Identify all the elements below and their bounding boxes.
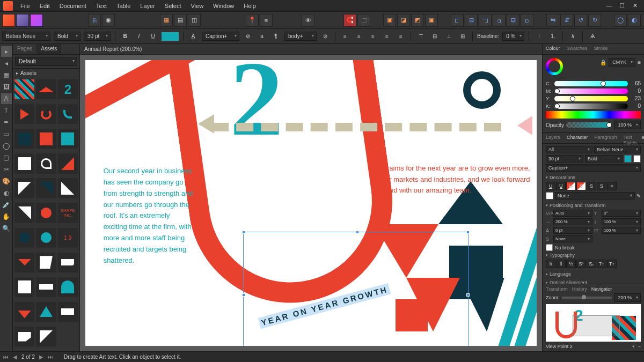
font-size-dropdown[interactable]: 30 pt (84, 32, 111, 41)
arrange-backward-icon[interactable]: ◪ (397, 14, 410, 27)
asset-item[interactable] (14, 253, 34, 272)
tab-history[interactable]: History (572, 286, 587, 292)
asset-item[interactable] (36, 129, 56, 149)
artistic-text-tool[interactable]: A (1, 93, 12, 104)
asset-item[interactable] (36, 178, 56, 198)
valign-bottom-button[interactable]: ⊥ (443, 31, 454, 42)
persona-designer-icon[interactable] (30, 14, 43, 27)
cyan-slider[interactable] (554, 81, 628, 86)
asset-item[interactable] (58, 178, 78, 198)
asset-item[interactable] (14, 79, 34, 99)
zoom-dropdown[interactable]: 200 % (614, 293, 641, 302)
align-top-icon[interactable]: ⫏ (493, 14, 506, 27)
node-tool[interactable]: ◂ (1, 58, 12, 69)
viewpoint-add-button[interactable]: + (632, 344, 634, 349)
decorations-section[interactable]: Decorations (546, 173, 641, 182)
positioning-section[interactable]: Positioning and Transform (546, 201, 641, 210)
deco-none-dropdown[interactable]: None (555, 192, 635, 200)
canvas[interactable]: 2 Our second year in business (80, 55, 542, 351)
asset-item[interactable] (14, 178, 34, 198)
asset-item[interactable] (14, 104, 34, 124)
document-tab[interactable]: Annual Report (200.0%) (80, 44, 542, 55)
bool-add-icon[interactable]: ◯ (614, 14, 627, 27)
rotate-cw-icon[interactable]: ↻ (588, 14, 601, 27)
pen-tool[interactable]: ✒ (1, 117, 12, 128)
vscale-dropdown[interactable]: 100 % (602, 218, 641, 225)
char-size-dropdown[interactable]: 30 pt (546, 155, 583, 162)
typo-smallcaps-button[interactable]: Tᴛ (597, 260, 606, 268)
asset-item[interactable]: 2 (58, 79, 78, 99)
typo-half-button[interactable]: ½ (566, 260, 576, 268)
font-family-dropdown[interactable]: Bebas Neue (2, 32, 50, 41)
first-page-button[interactable]: ⏮ (3, 354, 9, 360)
colour-menu-icon[interactable]: ≡ (638, 60, 641, 65)
page[interactable]: 2 Our second year in business (85, 60, 537, 346)
link-icon[interactable]: ⎘ (88, 14, 101, 27)
ligature-button[interactable]: fi (567, 31, 578, 42)
asset-item[interactable] (36, 79, 56, 99)
tab-colour[interactable]: Colour (543, 44, 564, 54)
bullet-list-button[interactable]: ⁝ (533, 31, 544, 42)
art-arrow-head[interactable] (198, 114, 214, 134)
asset-item[interactable] (14, 327, 34, 346)
assets-category[interactable]: Assets (13, 69, 79, 78)
flip-h-icon[interactable]: ⇋ (546, 14, 559, 27)
italic-button[interactable]: I (134, 31, 144, 42)
asset-item[interactable] (14, 153, 34, 173)
place-tool[interactable]: 🖼 (1, 82, 12, 92)
number-list-button[interactable]: 1. (547, 31, 558, 42)
asset-item[interactable] (58, 253, 78, 272)
tab-swatches[interactable]: Swatches (564, 44, 591, 54)
typo-fi-button[interactable]: fi (546, 260, 555, 268)
typo-allcaps-button[interactable]: Tᴛ (607, 260, 617, 268)
bool-subtract-icon[interactable]: ◐ (628, 14, 641, 27)
menu-select[interactable]: Select (160, 1, 186, 11)
nobreak-checkbox[interactable] (546, 244, 553, 251)
navigator-preview[interactable]: 2 (546, 304, 641, 342)
asset-item[interactable] (14, 228, 34, 248)
asset-item[interactable] (14, 302, 34, 322)
typo-sub-button[interactable]: Sₛ (587, 260, 596, 268)
tab-assets[interactable]: Assets (36, 44, 61, 54)
asset-item[interactable]: SHAPE INC. (58, 203, 78, 223)
align-justify-text-button[interactable]: ≡ (382, 31, 392, 42)
tab-transform[interactable]: Transform (546, 286, 568, 292)
asset-item[interactable] (58, 302, 78, 322)
tab-stroke[interactable]: Stroke (591, 44, 611, 54)
minimize-icon[interactable]: — (605, 2, 613, 9)
asset-item[interactable] (36, 302, 56, 322)
asset-item[interactable] (36, 277, 56, 297)
shear-dropdown[interactable]: 0° (602, 210, 641, 217)
valign-center-button[interactable]: ⊟ (429, 31, 440, 42)
asset-item[interactable] (36, 104, 56, 124)
deco-super-button[interactable]: S (587, 182, 596, 190)
art-loop[interactable] (463, 71, 501, 109)
fill-tool[interactable]: 🎨 (1, 176, 12, 187)
navigator-viewport[interactable] (573, 315, 620, 336)
art-arrow-dashes[interactable] (211, 123, 501, 131)
maximize-icon[interactable]: ☐ (618, 2, 626, 9)
assets-preset-dropdown[interactable]: Default (15, 57, 77, 66)
align-center-icon[interactable]: ⊟ (465, 14, 478, 27)
asset-item[interactable] (36, 253, 56, 272)
optical-section[interactable]: Optical Alignment (546, 278, 641, 284)
art-pink-triangle[interactable] (517, 116, 532, 135)
char-bg-swatch[interactable] (633, 155, 641, 162)
typo-sup-button[interactable]: Sˢ (576, 260, 586, 268)
persona-photo-icon[interactable] (16, 14, 29, 27)
deco-sub-button[interactable]: S (597, 182, 606, 190)
language-section[interactable]: Language (546, 270, 641, 278)
clear-char-style-button[interactable]: ⊘ (243, 31, 253, 42)
magenta-slider[interactable] (554, 88, 628, 94)
asset-item[interactable] (36, 228, 56, 248)
frame-text-tool[interactable]: T (1, 105, 12, 116)
selection-bounds[interactable] (243, 232, 469, 346)
deco-colour-swatch[interactable] (546, 192, 553, 200)
table-tool[interactable]: ▦ (1, 70, 12, 80)
body-text-left[interactable]: Our second year in business has seen the… (104, 166, 195, 266)
frame-text-icon[interactable]: ▦ (160, 14, 173, 27)
asset-item[interactable] (14, 203, 34, 223)
typography-section[interactable]: Typography (546, 251, 641, 260)
asset-item[interactable] (58, 129, 78, 149)
viewpoint-remove-button[interactable]: − (638, 344, 641, 349)
